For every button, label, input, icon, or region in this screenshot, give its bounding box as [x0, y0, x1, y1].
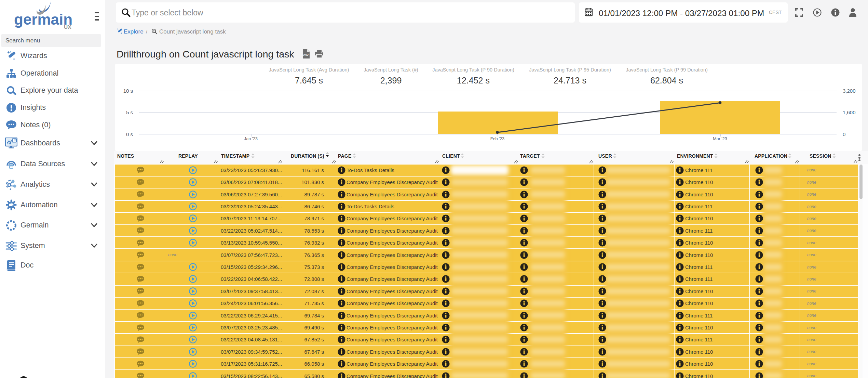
- svg-text:CSV: CSV: [303, 54, 308, 57]
